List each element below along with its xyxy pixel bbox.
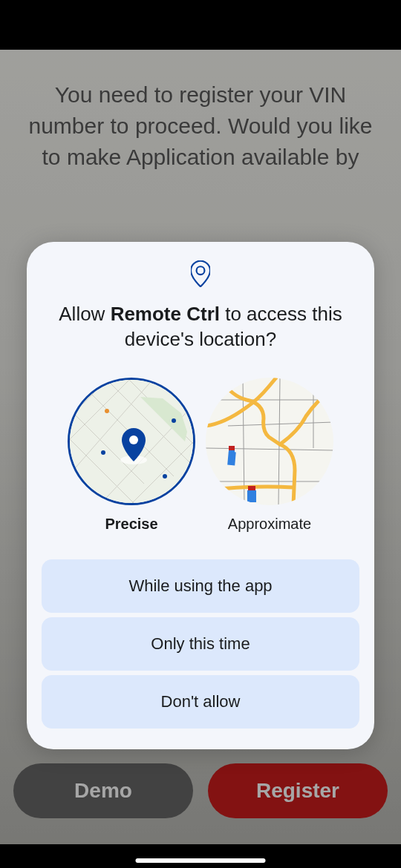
location-accuracy-options: Precise [40, 378, 361, 533]
svg-point-13 [105, 409, 109, 413]
svg-marker-12 [140, 397, 187, 441]
precise-option[interactable]: Precise [68, 378, 195, 533]
permission-buttons: While using the app Only this time Don't… [40, 559, 361, 729]
approximate-map-icon [206, 378, 333, 505]
location-pin-icon [40, 260, 361, 287]
title-app-name: Remote Ctrl [111, 303, 220, 325]
svg-rect-26 [229, 446, 235, 450]
location-permission-modal: Allow Remote Ctrl to access this device'… [27, 242, 374, 749]
svg-point-14 [101, 450, 105, 455]
approximate-option[interactable]: Approximate [206, 378, 333, 533]
home-indicator[interactable] [136, 858, 266, 863]
precise-map-icon [68, 378, 195, 505]
approximate-label: Approximate [228, 516, 311, 533]
svg-rect-27 [229, 450, 235, 454]
svg-line-6 [70, 454, 129, 505]
title-pre: Allow [59, 303, 110, 325]
permission-title: Allow Remote Ctrl to access this device'… [40, 302, 361, 352]
only-this-time-button[interactable]: Only this time [42, 617, 359, 671]
while-using-app-button[interactable]: While using the app [42, 559, 359, 613]
svg-rect-29 [248, 490, 255, 494]
svg-point-16 [163, 474, 167, 479]
svg-point-15 [172, 418, 176, 423]
svg-point-18 [129, 435, 138, 444]
svg-line-20 [228, 422, 333, 426]
svg-rect-28 [248, 486, 255, 490]
precise-label: Precise [105, 516, 157, 533]
app-screen: You need to register your VIN number to … [0, 50, 401, 844]
svg-line-11 [70, 380, 114, 432]
svg-line-21 [206, 448, 333, 450]
dont-allow-button[interactable]: Don't allow [42, 675, 359, 729]
